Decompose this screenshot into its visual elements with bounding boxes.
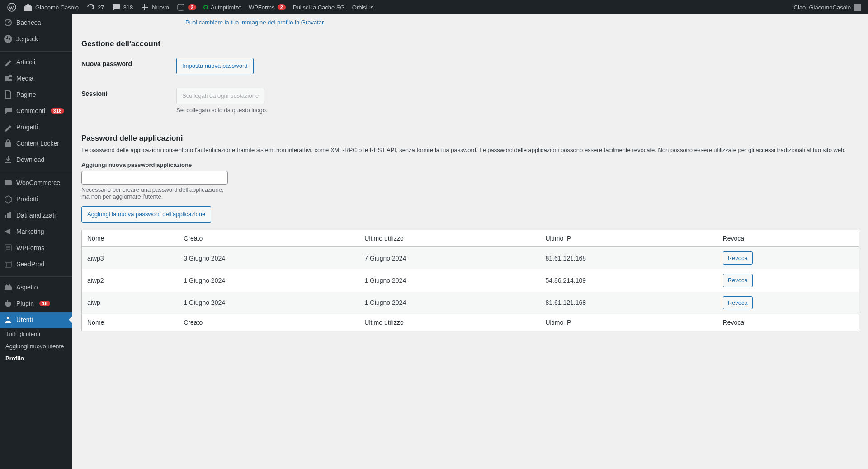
wp-logo[interactable]	[4, 0, 20, 14]
col-last-used[interactable]: Ultimo utilizzo	[359, 314, 540, 331]
svg-point-11	[7, 317, 9, 319]
gravatar-line: Puoi cambiare la tua immagine del profil…	[185, 19, 859, 26]
svg-rect-10	[5, 261, 11, 267]
new-label: Nuovo	[152, 4, 169, 11]
cell-last-used: 1 Giugno 2024	[359, 269, 540, 291]
orbisius-label: Orbisius	[352, 4, 374, 11]
cell-last-ip: 54.86.214.109	[540, 269, 717, 291]
sidebar-item-label: Plugin	[16, 300, 34, 307]
sidebar-item-jetpack[interactable]: Jetpack	[0, 31, 72, 47]
sidebar-item-label: Articoli	[16, 58, 35, 66]
sidebar-item-label: Pagine	[16, 91, 36, 98]
sidebar-item-dashboard[interactable]: Bacheca	[0, 14, 72, 31]
cell-last-ip: 81.61.121.168	[540, 247, 717, 270]
updates-count: 27	[98, 4, 104, 11]
sidebar-item-marketing[interactable]: Marketing	[0, 223, 72, 240]
autoptimize[interactable]: Autoptimize	[200, 0, 245, 14]
app-passwords-description: Le password delle applicazioni consenton…	[81, 147, 859, 153]
revoke-button[interactable]: Revoca	[723, 274, 753, 287]
cell-last-ip: 81.61.121.168	[540, 292, 717, 314]
cell-name: aiwp3	[82, 247, 179, 270]
logout-everywhere-button: Scollegati da ogni postazione	[176, 88, 264, 104]
cell-name: aiwp2	[82, 269, 179, 291]
menu-separator	[0, 170, 72, 172]
set-new-password-button[interactable]: Imposta nuova password	[176, 58, 254, 74]
col-name[interactable]: Nome	[82, 230, 179, 247]
new-app-password-label: Aggiungi nuova password applicazione	[81, 161, 859, 168]
svg-rect-5	[5, 180, 12, 185]
cell-last-used: 7 Giugno 2024	[359, 247, 540, 270]
sidebar-item-products[interactable]: Prodotti	[0, 191, 72, 207]
cache-link[interactable]: Pulisci la Cache SG	[289, 0, 349, 14]
sidebar-item-plugins[interactable]: Plugin18	[0, 295, 72, 312]
sidebar-item-label: Utenti	[16, 316, 33, 323]
comments-badge: 318	[51, 108, 64, 114]
sidebar-item-wpforms[interactable]: WPForms	[0, 240, 72, 256]
wpforms-label: WPForms	[249, 4, 275, 11]
sidebar-item-label: Media	[16, 75, 33, 82]
cell-created: 3 Giugno 2024	[178, 247, 359, 270]
sidebar-item-comments[interactable]: Commenti318	[0, 103, 72, 119]
forms-badge: 2	[188, 4, 196, 10]
sidebar-item-posts[interactable]: Articoli	[0, 54, 72, 70]
forms-notif[interactable]: 2	[173, 0, 200, 14]
sidebar-item-seedprod[interactable]: SeedProd	[0, 256, 72, 272]
gravatar-link[interactable]: Puoi cambiare la tua immagine del profil…	[185, 19, 324, 26]
sidebar-item-label: Prodotti	[16, 195, 38, 203]
wpforms-badge: 2	[278, 4, 286, 10]
col-last-ip[interactable]: Ultimo IP	[540, 230, 717, 247]
site-name[interactable]: Giacomo Casolo	[20, 0, 82, 14]
col-last-used[interactable]: Ultimo utilizzo	[359, 230, 540, 247]
sidebar-item-label: Commenti	[16, 107, 45, 114]
my-account[interactable]: Ciao, GiacomoCasolo	[790, 0, 864, 14]
sidebar-item-label: Download	[16, 156, 44, 163]
new-app-password-help: Necessario per creare una password dell'…	[81, 186, 226, 200]
sidebar-item-appearance[interactable]: Aspetto	[0, 279, 72, 295]
svg-rect-7	[7, 213, 9, 218]
sidebar-item-download[interactable]: Download	[0, 152, 72, 168]
sidebar-item-contentlocker[interactable]: Content Locker	[0, 135, 72, 152]
sidebar-item-projects[interactable]: Progetti	[0, 119, 72, 135]
orbisius-link[interactable]: Orbisius	[349, 0, 377, 14]
col-created[interactable]: Creato	[178, 314, 359, 331]
menu-separator	[0, 275, 72, 277]
sidebar-item-label: Progetti	[16, 123, 38, 131]
status-dot-icon	[203, 5, 208, 9]
new-app-password-input[interactable]	[81, 171, 228, 185]
sidebar-item-label: Dati analizzati	[16, 212, 56, 219]
wpforms-bar[interactable]: WPForms2	[245, 0, 289, 14]
autoptimize-label: Autoptimize	[211, 4, 241, 11]
sidebar-item-pages[interactable]: Pagine	[0, 86, 72, 103]
table-row: aiwp33 Giugno 20247 Giugno 202481.61.121…	[82, 247, 859, 270]
revoke-button[interactable]: Revoca	[723, 251, 753, 265]
cell-created: 1 Giugno 2024	[178, 269, 359, 291]
sidebar-item-users[interactable]: Utenti	[0, 312, 72, 328]
add-app-password-button[interactable]: Aggiungi la nuova password dell'applicaz…	[81, 206, 211, 223]
plugin-badge: 18	[39, 301, 50, 306]
col-name[interactable]: Nome	[82, 314, 179, 331]
sidebar-item-analytics[interactable]: Dati analizzati	[0, 207, 72, 223]
sidebar-item-label: Content Locker	[16, 140, 59, 147]
sidebar-item-media[interactable]: Media	[0, 70, 72, 86]
sidebar-item-label: Bacheca	[16, 19, 41, 26]
revoke-button[interactable]: Revoca	[723, 296, 753, 309]
cell-last-used: 1 Giugno 2024	[359, 292, 540, 314]
site-name-label: Giacomo Casolo	[35, 4, 79, 11]
cell-name: aiwp	[82, 292, 179, 314]
col-revoke[interactable]: Revoca	[717, 314, 859, 331]
new-content[interactable]: Nuovo	[137, 0, 173, 14]
svg-rect-6	[5, 215, 6, 218]
avatar-icon	[854, 4, 861, 11]
updates[interactable]: 27	[82, 0, 108, 14]
sidebar-item-label: SeedProd	[16, 261, 44, 268]
submenu-add-user[interactable]: Aggiungi nuovo utente	[0, 340, 72, 349]
col-created[interactable]: Creato	[178, 230, 359, 247]
cache-label: Pulisci la Cache SG	[293, 4, 345, 11]
col-last-ip[interactable]: Ultimo IP	[540, 314, 717, 331]
sidebar-item-woocommerce[interactable]: WooCommerce	[0, 175, 72, 191]
heading-account: Gestione dell'account	[81, 39, 859, 48]
sidebar-item-label: Marketing	[16, 228, 44, 235]
comments[interactable]: 318	[108, 0, 137, 14]
col-revoke[interactable]: Revoca	[717, 230, 859, 247]
submenu-all-users[interactable]: Tutti gli utenti	[0, 328, 72, 340]
